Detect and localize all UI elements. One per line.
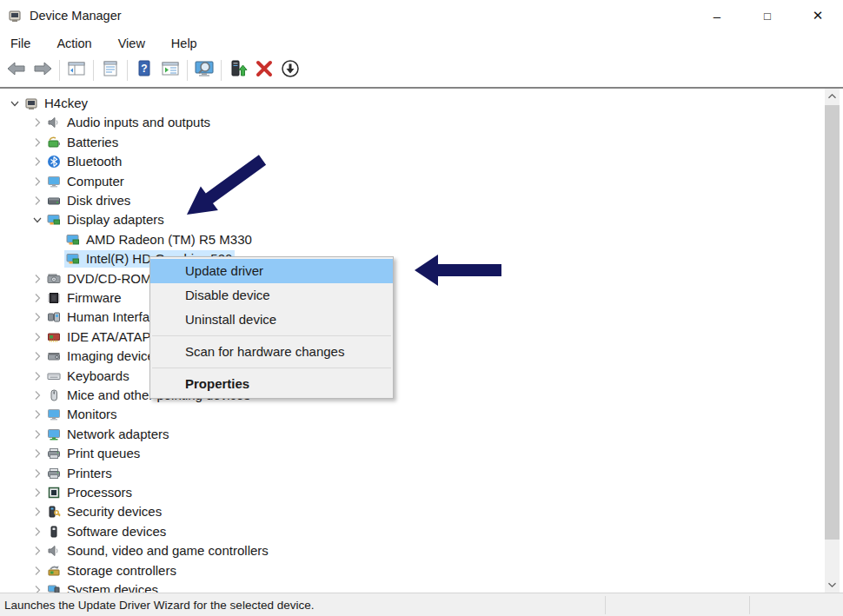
bluetooth-icon [47, 155, 61, 169]
mouse-icon [47, 388, 61, 402]
chevron-right-icon[interactable] [30, 388, 45, 402]
context-menu-item-properties[interactable]: Properties [150, 372, 393, 396]
menu-help[interactable]: Help [163, 34, 206, 53]
help-button[interactable]: ? [131, 58, 157, 83]
chevron-right-icon[interactable] [30, 525, 45, 539]
menu-bar: FileActionViewHelp [0, 31, 843, 56]
tree-row[interactable]: Bluetooth [0, 152, 843, 171]
chevron-right-icon[interactable] [30, 505, 45, 519]
tree-row[interactable]: Display adapters [0, 210, 843, 229]
hid-icon [47, 310, 61, 324]
chevron-right-icon[interactable] [30, 175, 45, 189]
chevron-right-icon[interactable] [30, 369, 45, 383]
vertical-scrollbar[interactable] [825, 89, 840, 593]
tree-row[interactable]: Keyboards [0, 367, 843, 386]
menu-view[interactable]: View [110, 34, 154, 53]
chevron-right-icon[interactable] [30, 407, 45, 421]
tree-row[interactable]: Firmware [0, 288, 843, 308]
menu-file[interactable]: File [2, 34, 39, 53]
tree-row[interactable]: DVD/CD-ROM drives [0, 269, 843, 288]
uninstall-device-icon [254, 58, 275, 83]
tree-item-label: Sound, video and game controllers [67, 542, 269, 560]
chevron-right-icon[interactable] [30, 583, 45, 593]
tree-row[interactable]: Audio inputs and outputs [0, 113, 843, 132]
chevron-right-icon[interactable] [30, 291, 45, 305]
tree-row[interactable]: Processors [0, 483, 843, 502]
show-action-pane-button[interactable] [157, 58, 183, 83]
tree-row[interactable]: Imaging devices [0, 347, 843, 366]
disable-device-icon [280, 58, 301, 83]
tree-item-label: Batteries [67, 134, 118, 151]
chevron-right-icon[interactable] [30, 427, 45, 441]
tree-row[interactable]: Batteries [0, 133, 843, 152]
dvd-drive-icon [47, 272, 61, 286]
monitor-icon [47, 407, 61, 421]
tree-row[interactable]: Security devices [0, 502, 843, 521]
chevron-right-icon[interactable] [30, 349, 45, 363]
tree-row[interactable]: Printers [0, 464, 843, 483]
properties-button[interactable] [97, 58, 123, 83]
tree-row[interactable]: Software devices [0, 522, 843, 541]
back-button[interactable] [3, 58, 30, 83]
scroll-down-button[interactable] [825, 577, 840, 593]
forward-icon [32, 58, 53, 83]
forward-button[interactable] [30, 58, 56, 83]
chevron-right-icon[interactable] [30, 544, 45, 558]
chevron-down-icon[interactable] [30, 213, 45, 227]
tree-row[interactable]: Mice and other pointing devices [0, 386, 843, 405]
chevron-right-icon[interactable] [30, 272, 45, 286]
tree-row[interactable]: IDE ATA/ATAPI controllers [0, 328, 843, 347]
toolbar: ? [0, 56, 843, 85]
toolbar-separator [187, 60, 188, 81]
tree-item-label: Firmware [67, 289, 122, 307]
chevron-right-icon[interactable] [30, 155, 45, 169]
chevron-right-icon[interactable] [30, 467, 45, 480]
tree-row[interactable]: Intel(R) HD Graphics 520 [0, 249, 843, 268]
chevron-right-icon[interactable] [30, 447, 45, 460]
back-icon [6, 58, 27, 83]
context-menu-item-disable-device[interactable]: Disable device [150, 283, 393, 308]
tree-row[interactable]: System devices [0, 580, 843, 593]
tree-item-label: Storage controllers [67, 562, 176, 580]
context-menu-item-uninstall-device[interactable]: Uninstall device [150, 308, 393, 332]
scrollbar-thumb[interactable] [825, 105, 840, 540]
context-menu-separator [152, 368, 391, 368]
uninstall-device-button[interactable] [251, 58, 277, 83]
close-button[interactable]: ✕ [793, 0, 843, 31]
window-controls: – □ ✕ [692, 0, 843, 31]
chevron-right-icon[interactable] [30, 310, 45, 324]
scroll-up-button[interactable] [825, 89, 840, 104]
menu-action[interactable]: Action [48, 34, 100, 53]
chevron-right-icon[interactable] [30, 194, 45, 208]
show-console-tree-button[interactable] [63, 58, 90, 83]
maximize-button[interactable]: □ [742, 0, 793, 31]
tree-row[interactable]: Storage controllers [0, 561, 843, 580]
tree-row[interactable]: Monitors [0, 405, 843, 424]
scan-for-hardware-changes-button[interactable] [191, 58, 217, 83]
minimize-button[interactable]: – [692, 0, 742, 31]
tree-row[interactable]: Network adapters [0, 425, 843, 444]
context-menu-item-update-driver[interactable]: Update driver [150, 259, 393, 283]
chevron-right-icon[interactable] [30, 116, 45, 129]
chevron-down-icon[interactable] [7, 96, 23, 110]
tree-row[interactable]: Disk drives [0, 191, 843, 210]
tree-row[interactable]: AMD Radeon (TM) R5 M330 [0, 230, 843, 249]
tree-row[interactable]: Sound, video and game controllers [0, 541, 843, 560]
storage-controller-icon [47, 564, 61, 578]
chevron-right-icon[interactable] [30, 330, 45, 344]
update-driver-button[interactable] [225, 58, 251, 83]
context-menu-item-scan-for-hardware-changes[interactable]: Scan for hardware changes [150, 340, 393, 364]
tree-row[interactable]: Human Interface Devices [0, 308, 843, 327]
toolbar-separator [59, 60, 60, 81]
tree-row[interactable]: Computer [0, 172, 843, 191]
tree-item-label: Audio inputs and outputs [67, 114, 210, 131]
computer-icon [24, 96, 38, 110]
tree-row[interactable]: H4ckey [0, 94, 843, 113]
chevron-right-icon[interactable] [30, 564, 45, 578]
tree-item-label: H4ckey [44, 95, 88, 112]
chevron-right-icon[interactable] [30, 136, 45, 149]
chevron-right-icon[interactable] [30, 486, 45, 500]
disable-device-button[interactable] [277, 58, 303, 83]
tree-row[interactable]: Print queues [0, 444, 843, 463]
update-driver-icon [228, 58, 249, 83]
